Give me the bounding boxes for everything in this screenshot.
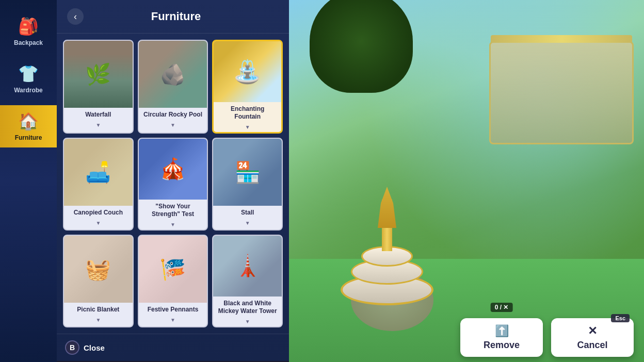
- item-name-waterfall: Waterfall: [81, 108, 115, 122]
- back-icon: ‹: [74, 11, 77, 22]
- cancel-button[interactable]: Esc ✕ Cancel: [551, 318, 634, 357]
- item-name-couch: Canopied Couch: [70, 206, 127, 220]
- chevron-pennants: ▼: [170, 317, 175, 323]
- remove-icon-container: ⬆️: [495, 324, 509, 338]
- sidebar-item-wardrobe[interactable]: 👕 Wardrobe: [0, 58, 57, 100]
- item-name-fountain: Enchanting Fountain: [214, 102, 281, 124]
- wardrobe-icon: 👕: [18, 64, 39, 84]
- item-image-rocky-pool: [139, 41, 207, 108]
- item-name-pennants: Festive Pennants: [143, 303, 203, 317]
- chevron-couch: ▼: [95, 220, 101, 226]
- chevron-water-tower: ▼: [245, 319, 250, 324]
- item-image-fountain: [214, 41, 281, 102]
- item-name-stall: Stall: [237, 206, 258, 220]
- backpack-label: Backpack: [14, 39, 43, 46]
- item-card-circular-rocky-pool[interactable]: Circular Rocky Pool ▼: [138, 40, 208, 134]
- item-image-picnic: [64, 236, 133, 303]
- remove-label: Remove: [484, 340, 520, 351]
- cancel-x-icon: ✕: [588, 324, 597, 338]
- panel-title: Furniture: [90, 10, 262, 23]
- item-image-waterfall: [64, 41, 133, 108]
- sidebar: 🎒 Backpack 👕 Wardrobe 🏠 Furniture: [0, 0, 57, 362]
- item-card-stall[interactable]: Stall ▼: [212, 138, 283, 231]
- furniture-icon: 🏠: [18, 111, 39, 131]
- item-image-couch: [64, 139, 133, 206]
- sidebar-item-furniture[interactable]: 🏠 Furniture: [0, 105, 57, 147]
- chevron-stall: ▼: [245, 220, 250, 226]
- item-card-water-tower[interactable]: Black and White Mickey Water Tower ▼: [212, 235, 283, 327]
- item-card-canopied-couch[interactable]: Canopied Couch ▼: [63, 138, 134, 231]
- chevron-rocky-pool: ▼: [170, 122, 175, 128]
- furniture-panel: ‹ Furniture Waterfall ▼ Circular Rocky P…: [57, 0, 289, 361]
- item-card-festive-pennants[interactable]: Festive Pennants ▼: [138, 235, 208, 327]
- items-grid: Waterfall ▼ Circular Rocky Pool ▼ Enchan…: [57, 34, 289, 334]
- item-name-water-tower: Black and White Mickey Water Tower: [213, 297, 282, 319]
- b-button: B: [65, 340, 79, 355]
- game-world: [289, 0, 644, 362]
- wardrobe-label: Wardrobe: [14, 87, 43, 94]
- item-name-strength: "Show Your Strength" Test: [139, 200, 207, 222]
- item-card-picnic-blanket[interactable]: Picnic Blanket ▼: [63, 235, 134, 327]
- action-buttons-area: 0 / ✕ ⬆️ Remove Esc ✕ Cancel: [460, 318, 634, 357]
- close-hint-label: Close: [84, 343, 105, 352]
- item-image-strength: [139, 139, 207, 200]
- chevron-fountain: ▼: [245, 124, 250, 130]
- remove-icon: ⬆️: [495, 324, 509, 338]
- slot-indicator: 0 / ✕: [491, 303, 513, 312]
- remove-button[interactable]: 0 / ✕ ⬆️ Remove: [460, 318, 543, 357]
- sidebar-item-backpack[interactable]: 🎒 Backpack: [0, 10, 57, 53]
- chevron-waterfall: ▼: [95, 122, 101, 128]
- item-card-show-strength[interactable]: "Show Your Strength" Test ▼: [138, 138, 208, 231]
- close-hint-area: B Close: [57, 334, 289, 361]
- b-label: B: [70, 343, 75, 352]
- item-image-stall: [213, 139, 282, 206]
- backpack-icon: 🎒: [18, 17, 39, 36]
- esc-badge: Esc: [611, 314, 630, 322]
- item-image-water-tower: [213, 236, 282, 297]
- item-image-pennants: [139, 236, 207, 303]
- item-name-picnic: Picnic Blanket: [73, 303, 123, 317]
- cancel-label: Cancel: [577, 340, 607, 351]
- item-card-waterfall[interactable]: Waterfall ▼: [63, 40, 134, 134]
- item-name-rocky-pool: Circular Rocky Pool: [139, 108, 206, 122]
- back-button[interactable]: ‹: [67, 8, 84, 25]
- chevron-strength: ▼: [170, 222, 175, 227]
- furniture-label: Furniture: [15, 134, 42, 141]
- item-card-enchanting-fountain[interactable]: Enchanting Fountain ▼: [212, 40, 283, 134]
- chevron-picnic: ▼: [95, 317, 101, 323]
- panel-header: ‹ Furniture: [57, 0, 289, 34]
